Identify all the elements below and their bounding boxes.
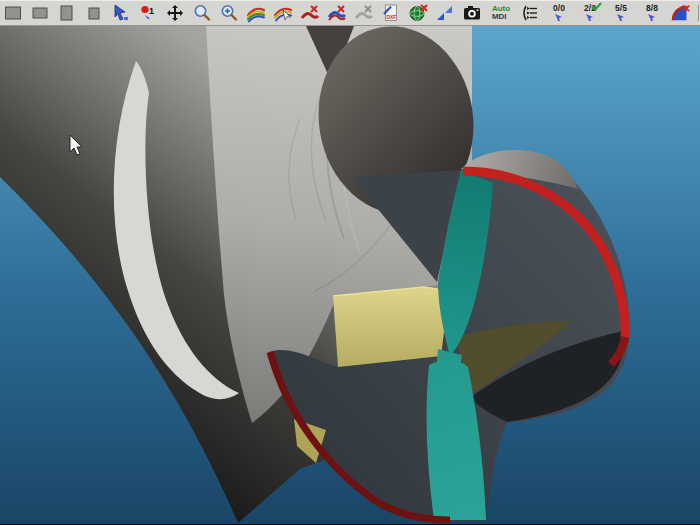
auto-mdi-icon: Auto MDI bbox=[492, 5, 510, 21]
globe-off-icon bbox=[408, 3, 428, 23]
pan-move-button[interactable] bbox=[165, 2, 185, 24]
counter-2-button[interactable]: 2/2 bbox=[578, 4, 602, 22]
window-small-icon bbox=[84, 3, 104, 23]
window-large-button[interactable] bbox=[3, 2, 23, 24]
snapshot-camera-icon bbox=[462, 3, 482, 23]
dxf-export-button[interactable]: DXF bbox=[381, 2, 401, 24]
toolbar: 1 bbox=[0, 0, 700, 26]
surface-shaded-icon bbox=[246, 3, 266, 23]
zoom-button[interactable] bbox=[192, 2, 212, 24]
zoom-in-button[interactable] bbox=[219, 2, 239, 24]
zoom-in-icon bbox=[219, 3, 239, 23]
path-delete-red-icon bbox=[300, 3, 320, 23]
measure-arrows-icon bbox=[435, 3, 455, 23]
counter-4-button[interactable]: 8/8 bbox=[640, 4, 664, 22]
path-delete-blue-button[interactable] bbox=[327, 2, 347, 24]
operation-list-button[interactable] bbox=[520, 2, 540, 24]
point-relief-yellow bbox=[333, 287, 449, 367]
measure-arrows-button[interactable] bbox=[435, 2, 455, 24]
counter-3-cursor-icon bbox=[616, 13, 626, 22]
path-delete-blue-icon bbox=[327, 3, 347, 23]
application-window: 1 bbox=[0, 0, 700, 525]
pan-move-icon bbox=[165, 3, 185, 23]
path-delete-disabled-icon bbox=[354, 3, 374, 23]
point-marker-label: 1 bbox=[149, 5, 154, 15]
select-pointer-icon bbox=[111, 3, 131, 23]
path-delete-red-button[interactable] bbox=[300, 2, 320, 24]
surface-shaded-button[interactable] bbox=[246, 2, 266, 24]
auto-mdi-button[interactable]: Auto MDI bbox=[489, 2, 513, 24]
window-medium-button[interactable] bbox=[30, 2, 50, 24]
window-tall-icon bbox=[57, 3, 77, 23]
mdi-label: MDI bbox=[492, 13, 510, 21]
counter-1-button[interactable]: 0/0 bbox=[547, 4, 571, 22]
quarter-view-delete-button[interactable] bbox=[671, 2, 691, 24]
zoom-icon bbox=[192, 3, 212, 23]
operation-list-icon bbox=[520, 3, 540, 23]
dxf-label: DXF bbox=[387, 14, 397, 19]
snapshot-camera-button[interactable] bbox=[462, 2, 482, 24]
path-delete-disabled-button[interactable] bbox=[354, 2, 374, 24]
window-medium-icon bbox=[30, 3, 50, 23]
point-marker-button[interactable]: 1 bbox=[138, 2, 158, 24]
window-large-icon bbox=[3, 3, 23, 23]
counter-1-value: 0/0 bbox=[553, 4, 565, 13]
surface-pick-button[interactable] bbox=[273, 2, 293, 24]
drill-simulation-canvas bbox=[0, 26, 700, 524]
select-pointer-button[interactable] bbox=[111, 2, 131, 24]
counter-4-value: 8/8 bbox=[646, 4, 658, 13]
counter-3-value: 5/5 bbox=[615, 4, 627, 13]
counter-4-cursor-icon bbox=[647, 13, 657, 22]
counter-1-cursor-icon bbox=[554, 13, 564, 22]
quarter-view-delete-icon bbox=[671, 3, 691, 23]
toolbar-separator bbox=[698, 5, 699, 21]
window-small-button[interactable] bbox=[84, 2, 104, 24]
dxf-export-icon: DXF bbox=[381, 3, 401, 23]
check-icon bbox=[591, 2, 602, 11]
surface-pick-icon bbox=[273, 3, 293, 23]
counter-3-button[interactable]: 5/5 bbox=[609, 4, 633, 22]
counter-2-cursor-icon bbox=[585, 13, 595, 22]
cad-3d-viewport[interactable] bbox=[0, 26, 700, 524]
window-tall-button[interactable] bbox=[57, 2, 77, 24]
point-marker-icon: 1 bbox=[138, 3, 158, 23]
globe-off-button[interactable] bbox=[408, 2, 428, 24]
